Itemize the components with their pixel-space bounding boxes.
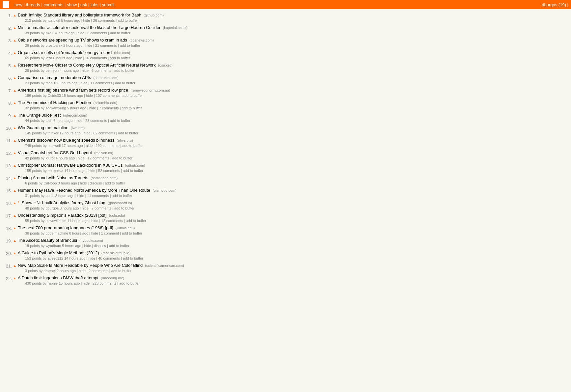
comments-link[interactable]: 223 comments <box>93 281 116 285</box>
upvote-arrow[interactable]: ▲ <box>13 113 16 117</box>
story-link[interactable]: Show HN: I built Analytics for my Ghost … <box>22 200 105 205</box>
story-link[interactable]: The next 700 programming languages (1966… <box>18 225 113 230</box>
add-to-buffer-link[interactable]: add to buffer <box>118 18 138 22</box>
story-user[interactable]: mohi13 <box>45 81 57 85</box>
nav-new[interactable]: new <box>14 2 22 7</box>
hide-link[interactable]: hide <box>91 231 98 235</box>
hide-link[interactable]: hide <box>82 206 89 210</box>
upvote-arrow[interactable]: ▲ <box>13 75 16 80</box>
hide-link[interactable]: hide <box>85 43 92 47</box>
story-user[interactable]: p4bl0 <box>45 31 54 35</box>
comments-link[interactable]: 62 comments <box>94 131 115 135</box>
comments-link[interactable]: 2 comments <box>89 269 108 273</box>
story-link[interactable]: New Map Scale Is More Readable by People… <box>18 263 143 268</box>
nav-comments[interactable]: comments <box>43 2 63 7</box>
comments-link[interactable]: 7 comments <box>92 206 111 210</box>
upvote-arrow[interactable]: ▲ <box>13 275 16 280</box>
upvote-arrow[interactable]: ▲ <box>13 175 16 180</box>
upvote-arrow[interactable]: ▲ <box>13 150 16 155</box>
upvote-arrow[interactable]: ▲ <box>13 13 16 17</box>
story-link[interactable]: Bash Infinity: Standard library and boil… <box>18 13 141 17</box>
add-to-buffer-link[interactable]: add to buffer <box>109 244 129 248</box>
story-user[interactable]: tosh <box>45 119 52 123</box>
story-user[interactable]: benryon <box>45 69 59 72</box>
add-to-buffer-link[interactable]: add to buffer <box>114 206 135 210</box>
add-to-buffer-link[interactable]: add to buffer <box>126 219 146 223</box>
story-link[interactable]: Organic solar cells set 'remarkable' ene… <box>18 50 112 55</box>
comments-link[interactable]: 107 comments <box>96 94 120 98</box>
story-link[interactable]: The Economics of Hacking an Election <box>18 100 91 105</box>
add-to-buffer-link[interactable]: add to buffer <box>122 231 142 235</box>
hide-link[interactable]: hide <box>84 244 91 248</box>
hide-link[interactable]: hide <box>84 131 91 135</box>
hide-link[interactable]: hide <box>86 94 93 98</box>
hide-link[interactable]: hide <box>80 181 87 185</box>
hide-link[interactable]: hide <box>79 269 86 273</box>
upvote-arrow[interactable]: ▲ <box>13 225 16 230</box>
add-to-buffer-link[interactable]: add to buffer <box>110 119 130 123</box>
story-link[interactable]: Researchers Move Closer to Completely Op… <box>18 63 156 68</box>
story-user[interactable]: minxomat <box>48 169 64 173</box>
story-link[interactable]: A Guide to Python's Magic Methods (2012) <box>18 250 99 255</box>
story-link[interactable]: The Ascetic Beauty of Brancusi <box>18 238 77 243</box>
upvote-arrow[interactable]: ▲ <box>13 63 16 67</box>
comments-link[interactable]: 290 comments <box>95 144 119 148</box>
story-user[interactable]: godelmachine <box>45 231 68 235</box>
comments-link[interactable]: discuss <box>90 181 102 185</box>
upvote-arrow[interactable]: ▲ <box>13 88 16 92</box>
nav-jobs[interactable]: jobs <box>91 2 98 7</box>
upvote-arrow[interactable]: ▲ <box>13 138 16 142</box>
upvote-arrow[interactable]: ▲ <box>13 188 16 192</box>
hide-link[interactable]: hide <box>83 18 90 22</box>
upvote-arrow[interactable]: ▲ <box>13 25 16 30</box>
comments-link[interactable]: 8 comments <box>87 31 107 35</box>
story-user[interactable]: wyndham <box>45 244 61 248</box>
hide-link[interactable]: hide <box>77 31 84 35</box>
story-user[interactable]: dburgos <box>45 206 59 210</box>
upvote-arrow[interactable]: ▲ <box>13 100 16 105</box>
hide-link[interactable]: hide <box>75 119 82 123</box>
comments-link[interactable]: 7 comments <box>99 106 119 110</box>
story-link[interactable]: Understanding Simpson's Paradox (2013) [… <box>18 213 107 218</box>
nav-show[interactable]: show <box>67 2 77 7</box>
hide-link[interactable]: hide <box>88 256 95 260</box>
story-link[interactable]: Humans May Have Reached North America by… <box>18 188 150 193</box>
story-user[interactable]: lourot <box>45 156 55 160</box>
upvote-arrow[interactable]: ▲ <box>13 125 16 130</box>
comments-link[interactable]: 11 comments <box>87 194 109 198</box>
story-user[interactable]: apsec112 <box>48 256 64 260</box>
hide-link[interactable]: hide <box>75 56 82 60</box>
comments-link[interactable]: discuss <box>94 244 106 248</box>
add-to-buffer-link[interactable]: add to buffer <box>112 194 132 198</box>
story-user[interactable]: prostoalex <box>45 43 62 47</box>
nav-submit[interactable]: submit <box>102 2 114 7</box>
user-link[interactable]: dburgos (19) <box>542 2 566 7</box>
upvote-arrow[interactable]: ▲ <box>13 250 16 255</box>
comments-link[interactable]: 11 comments <box>90 81 112 85</box>
comments-link[interactable]: 16 comments <box>85 56 107 60</box>
story-link[interactable]: Visual Cheatsheet for CSS Grid Layout <box>18 150 92 155</box>
add-to-buffer-link[interactable]: add to buffer <box>122 144 143 148</box>
story-link[interactable]: America's first big offshore wind farm s… <box>18 88 128 93</box>
add-to-buffer-link[interactable]: add to buffer <box>122 94 143 98</box>
nav-ask[interactable]: ask <box>80 2 87 7</box>
upvote-arrow[interactable]: ▲ <box>13 163 16 167</box>
comments-link[interactable]: 21 comments <box>95 43 117 47</box>
add-to-buffer-link[interactable]: add to buffer <box>115 81 135 85</box>
comments-link[interactable]: 52 comments <box>98 169 120 173</box>
upvote-arrow[interactable]: ▲ <box>13 213 16 217</box>
add-to-buffer-link[interactable]: add to buffer <box>123 256 143 260</box>
upvote-arrow[interactable]: ▲ <box>13 200 16 205</box>
add-to-buffer-link[interactable]: add to buffer <box>123 169 143 173</box>
comments-link[interactable]: 40 comments <box>98 256 120 260</box>
story-link[interactable]: Christopher Domas: Hardware Backdoors in… <box>18 163 123 168</box>
story-link[interactable]: Cable networks are speeding up TV shows … <box>18 38 127 42</box>
story-link[interactable]: Playing Around with Noise as Targets <box>18 175 88 180</box>
add-to-buffer-link[interactable]: add to buffer <box>114 69 135 72</box>
story-user[interactable]: Osiris30 <box>48 94 61 98</box>
story-user[interactable]: stevewilhelm <box>45 219 66 223</box>
story-user[interactable]: jpatokal <box>48 18 60 22</box>
story-link[interactable]: WireGuarding the mainline <box>18 125 68 130</box>
hide-link[interactable]: hide <box>86 144 93 148</box>
story-user[interactable]: curtis <box>45 194 54 198</box>
